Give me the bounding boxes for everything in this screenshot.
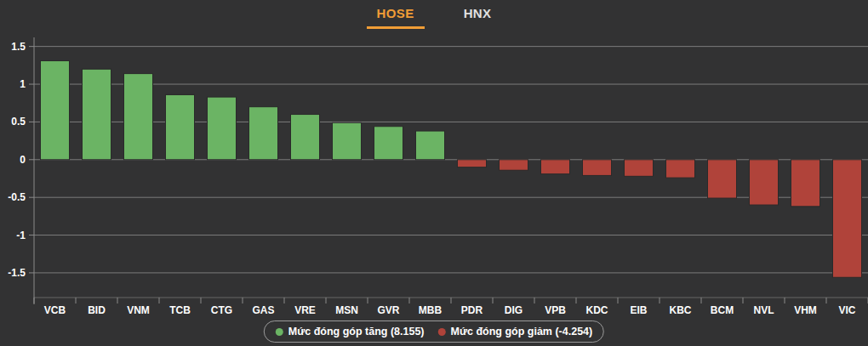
index-contribution-panel: HOSE HNX 1.510.50-0.5-1-1.5VCBBIDVNMTCBC… — [0, 0, 868, 346]
bar-BCM[interactable] — [708, 160, 737, 198]
x-axis-label-BCM: BCM — [711, 304, 734, 316]
x-axis-label-GVR: GVR — [377, 304, 399, 316]
bar-VPB[interactable] — [541, 160, 570, 174]
bar-KBC[interactable] — [666, 160, 695, 178]
contribution-chart: 1.510.50-0.5-1-1.5VCBBIDVNMTCBCTGGASVREM… — [0, 0, 868, 319]
legend-decrease-label: Mức đóng góp giảm (-4.254) — [451, 326, 593, 337]
y-axis-label: 0 — [20, 154, 26, 166]
x-axis-label-DIG: DIG — [505, 304, 523, 316]
x-axis-label-VRE: VRE — [294, 304, 316, 316]
increase-dot-icon — [276, 328, 283, 336]
y-axis-label: 0.5 — [11, 116, 26, 128]
bar-EIB[interactable] — [625, 160, 654, 177]
y-axis-label: -1 — [16, 230, 26, 241]
chart-legend: Mức đóng góp tăng (8.155) Mức đóng góp g… — [264, 320, 604, 343]
bar-BID[interactable] — [83, 69, 111, 160]
x-axis-label-VPB: VPB — [545, 304, 566, 316]
legend-item-increase[interactable]: Mức đóng góp tăng (8.155) — [276, 326, 425, 337]
bar-CTG[interactable] — [208, 97, 237, 160]
bar-MSN[interactable] — [333, 122, 362, 159]
y-axis-label: -1.5 — [8, 267, 26, 279]
x-axis-label-NVL: NVL — [754, 304, 774, 316]
bar-VNM[interactable] — [124, 74, 153, 160]
legend-item-decrease[interactable]: Mức đóng góp giảm (-4.254) — [438, 326, 593, 337]
bar-TCB[interactable] — [166, 94, 195, 159]
x-axis-label-BID: BID — [88, 304, 106, 316]
decrease-dot-icon — [438, 328, 446, 336]
bar-VCB[interactable] — [41, 61, 70, 160]
bar-NVL[interactable] — [750, 160, 779, 205]
bar-VHM[interactable] — [791, 160, 820, 207]
x-axis-label-CTG: CTG — [211, 304, 232, 316]
x-axis-label-MSN: MSN — [335, 304, 358, 316]
x-axis-label-KBC: KBC — [670, 304, 692, 316]
x-axis-label-VNM: VNM — [127, 304, 150, 316]
bar-GAS[interactable] — [249, 107, 278, 160]
bar-VIC[interactable] — [833, 160, 862, 277]
legend-increase-label: Mức đóng góp tăng (8.155) — [288, 326, 425, 337]
x-axis-label-EIB: EIB — [630, 304, 647, 316]
bar-KDC[interactable] — [583, 160, 612, 176]
bar-MBB[interactable] — [416, 131, 445, 160]
bar-VRE[interactable] — [291, 115, 320, 160]
x-axis-label-PDR: PDR — [461, 304, 483, 316]
y-axis-label: 1.5 — [11, 41, 26, 53]
x-axis-label-TCB: TCB — [169, 304, 191, 316]
x-axis-label-VIC: VIC — [838, 304, 855, 316]
bar-GVR[interactable] — [374, 127, 403, 160]
x-axis-label-KDC: KDC — [586, 304, 608, 316]
x-axis-label-VHM: VHM — [794, 304, 817, 316]
y-axis-label: 1 — [20, 78, 26, 90]
x-axis-label-VCB: VCB — [44, 304, 66, 316]
y-axis-label: -0.5 — [8, 191, 26, 203]
bar-DIG[interactable] — [500, 160, 528, 170]
x-axis-label-MBB: MBB — [419, 304, 443, 316]
bar-PDR[interactable] — [458, 160, 487, 167]
x-axis-label-GAS: GAS — [252, 304, 274, 316]
